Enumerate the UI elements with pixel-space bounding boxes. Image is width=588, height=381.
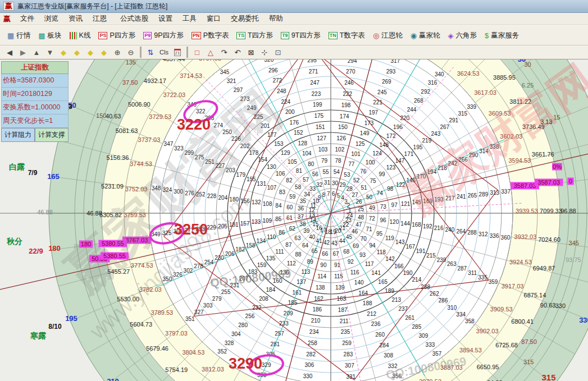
diamond-down-icon[interactable]: ◆ (98, 46, 110, 58)
menu-item-8[interactable]: 窗口 (202, 13, 226, 24)
svg-text:68: 68 (343, 249, 350, 255)
toolbar-candles-button[interactable]: K线 (66, 29, 95, 42)
svg-text:62: 62 (289, 226, 296, 232)
toolbar-badge-tn-button[interactable]: TNT数字表 (325, 29, 369, 42)
menu-item-5[interactable]: 公式选股 (115, 13, 153, 24)
winner-wheel-icon: ◉ (411, 32, 417, 39)
shrink-icon[interactable]: ⊹ (258, 46, 271, 58)
svg-text:69: 69 (353, 243, 359, 249)
edge-label-330: 330 (579, 316, 588, 324)
svg-text:115: 115 (334, 273, 343, 279)
next-icon[interactable]: ▶ (17, 46, 29, 58)
svg-text:5231.09: 5231.09 (101, 183, 124, 190)
gann-wheel-chart[interactable]: 上证指数 价格=3587.0300时间=20180129变换系数=1.00000… (0, 59, 588, 381)
diamond-right-icon[interactable]: ◆ (71, 46, 83, 58)
updown-icon[interactable]: ⇅ (144, 46, 157, 58)
svg-text:345: 345 (569, 240, 579, 246)
svg-text:126: 126 (336, 135, 346, 141)
svg-text:238: 238 (421, 284, 430, 290)
toolbar-blocks-button[interactable]: ▩板块 (34, 29, 65, 42)
svg-text:134: 134 (256, 238, 266, 244)
toolbar-label: P数字表 (203, 31, 229, 40)
svg-text:280: 280 (238, 322, 248, 328)
calc-resistance-button[interactable]: 计算阻力 (1, 128, 35, 142)
svg-text:3587.03: 3587.03 (537, 179, 560, 186)
menu-item-1[interactable]: 文件 (15, 13, 39, 24)
svg-text:307: 307 (345, 362, 354, 369)
svg-text:5156.36: 5156.36 (107, 154, 129, 161)
display-icon[interactable]: ⊡ (272, 46, 284, 58)
diamond-left-icon[interactable]: ◆ (57, 46, 70, 58)
svg-text:34: 34 (304, 191, 311, 198)
svg-text:220: 220 (400, 115, 409, 121)
svg-text:255: 255 (221, 289, 231, 295)
menu-item-9[interactable]: 交易委托 (226, 13, 264, 24)
svg-text:174: 174 (340, 113, 349, 120)
svg-text:271: 271 (309, 68, 318, 75)
svg-text:171: 171 (404, 151, 414, 157)
svg-text:110: 110 (267, 234, 276, 240)
square-tool-icon[interactable]: □ (191, 46, 203, 58)
svg-text:141: 141 (371, 270, 381, 276)
rotate-ccw-icon[interactable]: ↶ (231, 46, 244, 58)
svg-text:317: 317 (391, 59, 400, 64)
toolbar-badge-ps-button[interactable]: PSP四方形 (94, 29, 139, 42)
svg-text:335: 335 (478, 274, 487, 281)
svg-text:3624.53: 3624.53 (457, 70, 480, 77)
svg-text:259: 259 (342, 340, 352, 346)
cls-button[interactable]: Cls (158, 46, 170, 58)
edge-label-180: 180 (81, 241, 91, 247)
calc-support-button[interactable]: 计算支撑 (35, 128, 69, 142)
panel-row-3: 变换系数=1.000003 (1, 101, 69, 114)
zoom-in-icon[interactable]: ⊕ (111, 46, 124, 58)
svg-text:256: 256 (245, 313, 255, 319)
toolbar-badge-p9-button[interactable]: P99P四方形 (139, 29, 188, 42)
toolbar-winner-wheel-button[interactable]: ◉赢家轮 (407, 29, 444, 42)
toolbar-badge-t9-button[interactable]: T99T四方形 (277, 29, 325, 42)
prev-icon[interactable]: ◀ (3, 46, 16, 58)
fullscreen-icon[interactable]: ⊠ (245, 46, 257, 58)
svg-text:102: 102 (335, 146, 345, 153)
panel-row-1: 价格=3587.0300 (1, 74, 69, 88)
toolbar-service-button[interactable]: $赢家服务 (481, 29, 523, 42)
svg-text:272: 272 (273, 77, 282, 84)
svg-text:158: 158 (246, 242, 256, 249)
svg-text:230: 230 (215, 255, 224, 261)
svg-text:35: 35 (300, 198, 307, 204)
toolbar-hexagon-button[interactable]: ◈六角形 (444, 29, 481, 42)
menu-item-2[interactable]: 浏览 (39, 13, 63, 24)
svg-text:295: 295 (307, 59, 317, 63)
triangle-tool-icon[interactable]: △ (204, 46, 217, 58)
svg-text:245: 245 (377, 89, 387, 95)
badge-t9-icon: T9 (281, 32, 289, 39)
svg-text:163: 163 (336, 296, 346, 302)
svg-text:358: 358 (465, 318, 475, 324)
svg-text:135: 135 (126, 59, 136, 66)
svg-text:196: 196 (393, 124, 403, 130)
menu-item-7[interactable]: 工具 (177, 13, 202, 24)
menu-item-6[interactable]: 设置 (153, 13, 177, 24)
toolbar-badge-ts-button[interactable]: TST四方形 (233, 29, 277, 42)
svg-text:197: 197 (368, 109, 378, 116)
toolbar-gann-wheel-button[interactable]: ◎江恩轮 (369, 29, 407, 42)
diamond-up-icon[interactable]: ◆ (84, 46, 97, 58)
toolbar-label: 9T四方形 (291, 31, 321, 40)
toolbar-grid-button[interactable]: ▦行情 (3, 29, 34, 42)
menu-item-10[interactable]: 帮助 (264, 13, 288, 24)
menu-item-4[interactable]: 江恩 (88, 13, 112, 24)
edge-label-30: 30 (518, 59, 526, 63)
svg-text:88: 88 (295, 251, 302, 258)
zoom-out-icon[interactable]: ⊖ (125, 46, 137, 58)
menu-logo-icon: 赢 (3, 14, 11, 24)
rotate-cw-icon[interactable]: ↷ (218, 46, 230, 58)
svg-text:222: 222 (343, 91, 352, 97)
badge-tn-icon: TN (329, 32, 338, 39)
svg-text:173: 173 (364, 120, 374, 126)
menu-item-3[interactable]: 资讯 (63, 13, 88, 24)
svg-text:246: 246 (344, 80, 354, 86)
down-icon[interactable]: ▼ (44, 46, 56, 58)
toolbar-badge-pn-button[interactable]: PNP数字表 (188, 29, 233, 42)
up-icon[interactable]: ▲ (30, 46, 43, 58)
calendar-icon[interactable]: 21 (171, 46, 184, 58)
svg-text:306: 306 (305, 362, 314, 368)
